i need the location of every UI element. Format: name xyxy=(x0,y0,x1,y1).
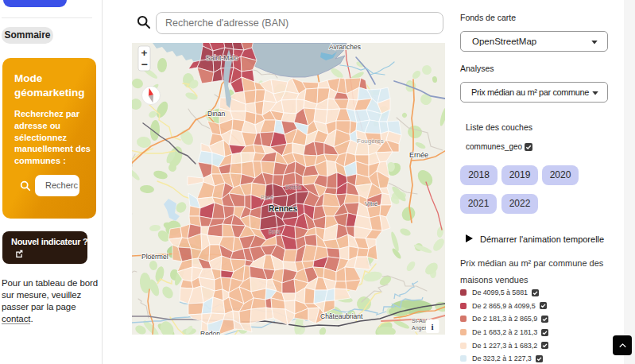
svg-text:+: + xyxy=(141,47,148,59)
svg-text:Betton: Betton xyxy=(285,184,301,190)
svg-text:Fougères: Fougères xyxy=(357,137,384,145)
svg-text:Ernée: Ernée xyxy=(409,151,428,159)
svg-text:Bruz: Bruz xyxy=(269,229,281,234)
svg-text:Châteaubriant: Châteaubriant xyxy=(320,312,363,320)
svg-text:Saint-Malo: Saint-Malo xyxy=(206,54,238,62)
svg-text:Vitré: Vitré xyxy=(365,200,378,207)
svg-text:Avranches: Avranches xyxy=(329,43,361,51)
svg-text:Ploërmel: Ploërmel xyxy=(141,253,168,261)
svg-text:Rennes: Rennes xyxy=(269,204,298,213)
svg-text:−: − xyxy=(141,58,147,71)
svg-text:Pacé: Pacé xyxy=(261,195,273,200)
svg-text:Redon: Redon xyxy=(200,330,220,335)
svg-text:Dinan: Dinan xyxy=(207,110,225,118)
svg-text:i: i xyxy=(431,322,433,331)
